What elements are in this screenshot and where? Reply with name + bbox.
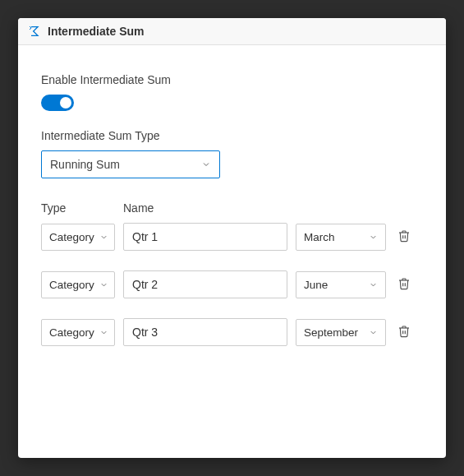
trash-icon: [397, 325, 411, 340]
chevron-down-icon: [369, 328, 378, 337]
chevron-down-icon: [369, 280, 378, 289]
row-type-select[interactable]: Category: [41, 271, 115, 298]
chevron-down-icon: [99, 328, 108, 337]
row-type-value: Category: [49, 231, 94, 243]
row-month-value: September: [304, 326, 358, 339]
row-type-select[interactable]: Category: [41, 319, 115, 346]
row-name-input[interactable]: [123, 270, 287, 298]
enable-label: Enable Intermediate Sum: [41, 73, 423, 86]
chevron-down-icon: [369, 233, 378, 242]
column-header-name: Name: [123, 201, 154, 215]
panel-title: Intermediate Sum: [48, 25, 144, 38]
intermediate-sum-panel: Intermediate Sum Enable Intermediate Sum…: [18, 18, 446, 458]
enable-toggle[interactable]: [41, 95, 74, 111]
trash-icon: [397, 277, 411, 293]
column-header-type: Type: [41, 201, 115, 215]
table-row: Category September: [41, 318, 423, 346]
sum-rows: Category March Category: [41, 223, 423, 346]
table-row: Category March: [41, 223, 423, 251]
row-type-value: Category: [49, 279, 94, 291]
row-month-value: June: [304, 279, 328, 291]
row-month-select[interactable]: September: [296, 319, 386, 346]
panel-header: Intermediate Sum: [18, 18, 446, 45]
delete-row-button[interactable]: [394, 321, 414, 344]
row-name-input[interactable]: [123, 223, 287, 251]
row-month-select[interactable]: June: [296, 271, 386, 298]
sum-type-select[interactable]: Running Sum: [41, 150, 220, 178]
panel-body: Enable Intermediate Sum Intermediate Sum…: [18, 45, 446, 363]
chevron-down-icon: [99, 280, 108, 289]
trash-icon: [397, 229, 411, 245]
sum-icon: [28, 25, 41, 38]
row-type-select[interactable]: Category: [41, 224, 115, 251]
chevron-down-icon: [99, 233, 108, 242]
delete-row-button[interactable]: [394, 226, 414, 248]
column-headers: Type Name: [41, 201, 423, 215]
row-type-value: Category: [49, 326, 94, 339]
sum-type-label: Intermediate Sum Type: [41, 129, 423, 142]
delete-row-button[interactable]: [394, 274, 414, 296]
table-row: Category June: [41, 270, 423, 298]
row-name-input[interactable]: [123, 318, 287, 346]
row-month-value: March: [304, 231, 335, 243]
sum-type-value: Running Sum: [50, 158, 120, 171]
row-month-select[interactable]: March: [296, 224, 386, 251]
chevron-down-icon: [201, 159, 211, 169]
